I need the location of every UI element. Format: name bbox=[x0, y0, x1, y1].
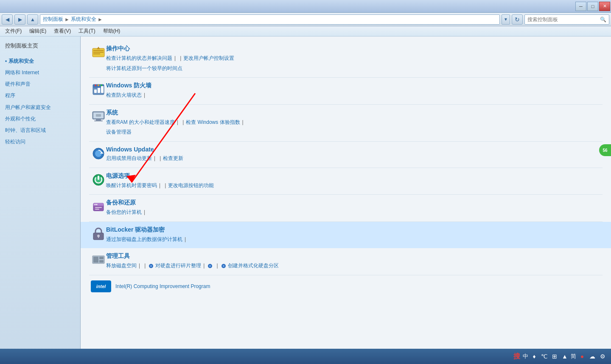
link-sys-ram[interactable]: 查看RAM 的大小和处理器速度 bbox=[106, 118, 175, 127]
menu-bar: 文件(F) 编辑(E) 查看(V) 工具(T) 帮助(H) bbox=[0, 26, 611, 36]
action-center-content: 操作中心 检查计算机的状态并解决问题 | | 更改用户帐户控制设置 将计算机还原… bbox=[106, 45, 234, 73]
firewall-title[interactable]: Windows 防火墙 bbox=[106, 82, 151, 90]
link-bk-backup[interactable]: 备份您的计算机 bbox=[106, 208, 142, 217]
power-title[interactable]: 电源选项 bbox=[106, 172, 214, 180]
path-security[interactable]: 系统和安全 bbox=[71, 16, 96, 23]
link-fw-status[interactable]: 检查防火墙状态 bbox=[106, 91, 142, 100]
up-button[interactable]: ▲ bbox=[27, 14, 38, 25]
power-content: 电源选项 唤醒计算机时需要密码 | | 更改电源按钮的功能 bbox=[106, 172, 214, 190]
system-content: 系统 查看RAM 的大小和处理器速度 | | 检查 Windows 体验指数 |… bbox=[106, 109, 246, 137]
path-dropdown[interactable]: ▼ bbox=[502, 14, 510, 25]
firewall-links: 检查防火墙状态 | bbox=[106, 91, 151, 100]
wupdate-title[interactable]: Windows Update bbox=[106, 146, 183, 153]
search-input[interactable] bbox=[527, 17, 600, 22]
link-tl-events[interactable] bbox=[207, 261, 214, 271]
tools-links: 释放磁盘空间 | | 对硬盘进行碎片整理 | bbox=[106, 261, 279, 271]
taskbar-icon-shurufa[interactable]: 搜 bbox=[513, 352, 521, 361]
sidebar-item-hardware[interactable]: 硬件和声音 bbox=[0, 78, 80, 90]
link-troubleshoot[interactable]: 更改用户帐户控制设置 bbox=[183, 54, 234, 63]
taskbar-icon-grid[interactable]: ⊞ bbox=[550, 352, 559, 361]
wupdate-links: 启用或禁用自动更新 | | 检查更新 bbox=[106, 154, 183, 163]
bitlocker-title[interactable]: BitLocker 驱动器加密 bbox=[106, 226, 188, 234]
icon-wupdate bbox=[91, 146, 106, 161]
link-sys-devmgr[interactable]: 设备管理器 bbox=[106, 128, 132, 137]
svg-rect-28 bbox=[95, 207, 102, 208]
menu-file[interactable]: 文件(F) bbox=[2, 27, 25, 36]
svg-rect-35 bbox=[99, 257, 104, 259]
content-area: 操作中心 检查计算机的状态并解决问题 | | 更改用户帐户控制设置 将计算机还原… bbox=[81, 36, 611, 364]
taskbar-icon-settings[interactable]: ⚙ bbox=[598, 352, 607, 361]
svg-rect-16 bbox=[94, 120, 103, 121]
icon-tools bbox=[91, 252, 106, 268]
refresh-button[interactable]: ↻ bbox=[512, 14, 523, 25]
svg-rect-4 bbox=[93, 53, 100, 54]
taskbar-icon-temp[interactable]: ℃ bbox=[540, 352, 549, 361]
svg-point-10 bbox=[95, 84, 96, 86]
taskbar-icon-ink[interactable]: ♦ bbox=[530, 352, 538, 361]
close-button[interactable]: ✕ bbox=[599, 2, 610, 11]
link-bl-protect[interactable]: 通过加密磁盘上的数据保护计算机 bbox=[106, 235, 182, 244]
menu-edit[interactable]: 编辑(E) bbox=[26, 27, 50, 36]
svg-marker-1 bbox=[97, 47, 100, 49]
taskbar-icon-red[interactable]: ● bbox=[578, 352, 586, 361]
address-path[interactable]: 控制面板 ► 系统和安全 ► bbox=[40, 14, 500, 25]
back-button[interactable]: ◀ bbox=[2, 14, 13, 25]
backup-title[interactable]: 备份和还原 bbox=[106, 199, 147, 207]
system-title[interactable]: 系统 bbox=[106, 109, 246, 117]
sidebar-item-security[interactable]: 系统和安全 bbox=[0, 56, 80, 67]
sidebar-item-users[interactable]: 用户帐户和家庭安全 bbox=[0, 102, 80, 113]
section-firewall: Windows 防火墙 检查防火墙状态 | bbox=[89, 78, 603, 105]
link-wu-view[interactable]: 检查更新 bbox=[163, 154, 183, 163]
search-bar[interactable]: 🔍 bbox=[524, 14, 609, 25]
forward-button[interactable]: ▶ bbox=[14, 14, 25, 25]
sidebar-item-ease[interactable]: 轻松访问 bbox=[0, 136, 80, 148]
section-backup: 备份和还原 备份您的计算机 | bbox=[89, 195, 603, 222]
tools-title[interactable]: 管理工具 bbox=[106, 252, 279, 260]
link-restore-time[interactable]: 将计算机还原到一个较早的时间点 bbox=[106, 64, 182, 73]
link-tl-format[interactable]: 对硬盘进行碎片整理 bbox=[148, 261, 201, 271]
power-links: 唤醒计算机时需要密码 | | 更改电源按钮的功能 bbox=[106, 181, 214, 190]
taskbar-icon-user[interactable]: ▲ bbox=[561, 352, 569, 361]
action-center-title[interactable]: 操作中心 bbox=[106, 45, 234, 53]
sidebar-item-home[interactable]: 控制面板主页 bbox=[0, 40, 80, 52]
maximize-button[interactable]: □ bbox=[587, 2, 598, 11]
backup-content: 备份和还原 备份您的计算机 | bbox=[106, 199, 147, 217]
sidebar-item-programs[interactable]: 程序 bbox=[0, 90, 80, 101]
taskbar-icon-cloud[interactable]: ☁ bbox=[588, 352, 597, 361]
svg-rect-9 bbox=[101, 86, 104, 93]
intel-program-link[interactable]: Intel(R) Computing Improvement Program bbox=[115, 283, 210, 289]
svg-rect-7 bbox=[94, 90, 97, 93]
icon-system bbox=[91, 109, 106, 124]
link-tl-tasks[interactable]: 创建并格式化硬盘分区 bbox=[220, 261, 279, 271]
icon-firewall bbox=[91, 82, 106, 97]
intel-logo: intel bbox=[91, 280, 111, 292]
backup-links: 备份您的计算机 | bbox=[106, 208, 147, 217]
tools-content: 管理工具 释放磁盘空间 | | 对硬盘进行碎片整理 | bbox=[106, 252, 279, 271]
sidebar-item-network[interactable]: 网络和 Internet bbox=[0, 67, 80, 78]
link-tl-diskclean[interactable]: 释放磁盘空间 bbox=[106, 261, 137, 271]
sidebar-item-appearance[interactable]: 外观和个性化 bbox=[0, 113, 80, 125]
sidebar-item-clock[interactable]: 时钟、语言和区域 bbox=[0, 125, 80, 136]
green-circle-badge[interactable]: 56 bbox=[599, 144, 611, 156]
title-bar-buttons: ─ □ ✕ bbox=[575, 2, 610, 11]
taskbar: 搜 中 ♦ ℃ ⊞ ▲ 简 ● ☁ ⚙ bbox=[0, 349, 611, 364]
svg-point-40 bbox=[209, 265, 211, 267]
svg-rect-3 bbox=[93, 52, 104, 53]
section-tools: 管理工具 释放磁盘空间 | | 对硬盘进行碎片整理 | bbox=[89, 248, 603, 275]
link-pw-wake[interactable]: 唤醒计算机时需要密码 bbox=[106, 181, 157, 190]
title-bar: ─ □ ✕ bbox=[0, 0, 611, 13]
icon-action-center bbox=[91, 45, 106, 60]
link-check-status[interactable]: 检查计算机的状态并解决问题 bbox=[106, 54, 172, 63]
link-pw-sleep[interactable]: 更改电源按钮的功能 bbox=[168, 181, 214, 190]
minimize-button[interactable]: ─ bbox=[575, 2, 586, 11]
address-bar: ◀ ▶ ▲ 控制面板 ► 系统和安全 ► ▼ ↻ 🔍 bbox=[0, 13, 611, 26]
link-sys-remote[interactable]: 检查 Windows 体验指数 bbox=[186, 118, 240, 127]
svg-rect-34 bbox=[93, 257, 98, 263]
menu-help[interactable]: 帮助(H) bbox=[100, 27, 124, 36]
path-controlpanel[interactable]: 控制面板 bbox=[43, 16, 63, 23]
taskbar-text-simplified: 简 bbox=[571, 353, 576, 360]
link-wu-auto[interactable]: 启用或禁用自动更新 bbox=[106, 154, 152, 163]
sidebar: 控制面板主页 系统和安全 网络和 Internet 硬件和声音 程序 用户帐户和… bbox=[0, 36, 81, 364]
menu-view[interactable]: 查看(V) bbox=[50, 27, 74, 36]
menu-tools[interactable]: 工具(T) bbox=[75, 27, 98, 36]
